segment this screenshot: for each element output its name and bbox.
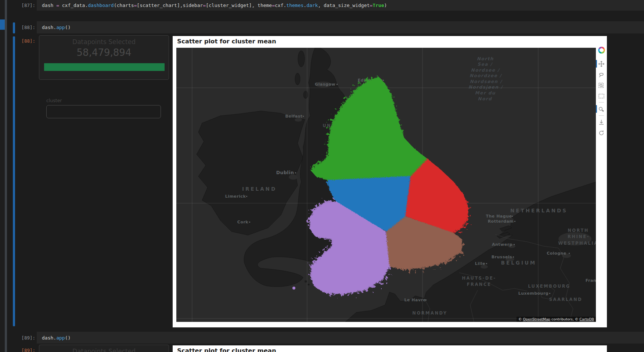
code-line-88[interactable]: dash.app()	[42, 25, 71, 30]
pan-tool-active-indicator	[596, 60, 597, 68]
datapoints-progress-bar	[44, 63, 165, 71]
map-label: Frankfurt	[586, 278, 596, 283]
map-label: Dublin	[276, 170, 294, 175]
city-dot	[383, 80, 384, 81]
input-prompt-89: [89]:	[8, 335, 35, 341]
map-label: Rotterdam	[488, 219, 514, 224]
cell-collapser-output-88[interactable]	[13, 36, 15, 326]
panel-divider[interactable]	[5, 0, 7, 352]
code-token: =	[56, 3, 59, 8]
hover-tool[interactable]	[596, 104, 607, 114]
datapoints-widget-title: Datapoints Selected	[39, 348, 169, 352]
code-cell-88[interactable]	[37, 21, 644, 33]
pan-tool[interactable]	[596, 58, 607, 69]
map-label: LUXEMBOURG	[528, 284, 571, 289]
city-dot	[514, 244, 515, 245]
bokeh-plot-card-2: Scatter plot for cluster mean	[173, 345, 607, 352]
openstreetmap-link[interactable]: OpenStreetMap	[523, 317, 550, 321]
map-label: Cork	[237, 220, 249, 225]
map-label: Belfast	[285, 114, 302, 119]
code-line-87[interactable]: dash = cxf_data.dashboard(charts=[scatte…	[42, 3, 387, 8]
cartodb-link[interactable]: CartoDB	[579, 317, 594, 321]
map-label: North	[477, 56, 494, 61]
hover-tool-active-indicator	[596, 105, 597, 113]
toolbar-divider	[599, 102, 604, 103]
datapoints-selected-widget-2: Datapoints Selected	[39, 345, 169, 352]
code-token: app	[56, 25, 65, 30]
code-token: app	[56, 335, 65, 341]
land-hebrides	[295, 73, 300, 85]
map-label: Limerick	[225, 194, 246, 199]
code-token: [cluster_widget], theme	[206, 3, 272, 8]
city-dot	[295, 172, 296, 173]
code-token: (charts	[114, 3, 134, 8]
code-token: )	[384, 3, 387, 8]
output-prompt-89: [89]:	[8, 348, 35, 352]
code-token: cxf.	[275, 3, 286, 8]
jupyterlab-notebook: [87]: dash = cxf_data.dashboard(charts=[…	[0, 0, 644, 352]
map-label: Antwerp	[492, 242, 512, 247]
city-dot	[514, 221, 515, 222]
city-dot	[303, 116, 304, 117]
cluster-outlier-dot	[292, 287, 295, 290]
code-line-89[interactable]: dash.app()	[42, 335, 71, 341]
city-dot	[486, 263, 487, 264]
input-prompt-88: [88]:	[8, 25, 35, 30]
code-token: cxf_data.	[59, 3, 88, 8]
code-token: =	[203, 3, 206, 8]
city-dot	[246, 196, 247, 197]
cluster-input-label: cluster	[46, 98, 62, 103]
code-token: themes	[286, 3, 303, 8]
scroll-position-marker[interactable]	[0, 19, 5, 30]
map-label: WESTPHALIA	[558, 241, 596, 246]
map-plot-area[interactable]: NorthSea /Nordsee /Noordzee /Nordsøen /N…	[176, 48, 596, 322]
bokeh-plot-card: Scatter plot for cluster mean	[173, 36, 607, 327]
code-token: .	[303, 3, 306, 8]
map-label: Noordzee /	[469, 73, 502, 78]
datapoints-widget-value: 58,479,894	[39, 47, 169, 58]
map-attribution: © OpenStreetMap contributors, © CartoDB	[517, 317, 596, 322]
code-cell-89[interactable]	[37, 332, 644, 344]
code-token: [scatter_chart],sidebar	[137, 3, 203, 8]
map-label: Mer du	[475, 90, 496, 96]
map-label: BELGIUM	[501, 260, 537, 266]
city-dot	[549, 293, 550, 294]
map-label: NETHERLANDS	[510, 208, 568, 213]
map-label: SAARLAND	[549, 297, 582, 302]
box-zoom-tool[interactable]	[596, 80, 607, 90]
map-label: Sea /	[478, 62, 493, 67]
box-select-tool[interactable]	[596, 90, 607, 101]
toolbar-divider	[599, 115, 604, 116]
map-label: RHINE-	[568, 234, 590, 239]
city-dot	[569, 253, 570, 254]
map-label: Nordsee /	[471, 68, 500, 73]
map-label: The Hague	[486, 214, 512, 219]
code-token: dash	[42, 3, 56, 8]
lasso-select-tool[interactable]	[596, 69, 607, 80]
cluster-input[interactable]	[46, 105, 161, 118]
bokeh-logo[interactable]	[596, 45, 607, 55]
code-token: ()	[65, 335, 71, 341]
plot-title: Scatter plot for cluster mean	[177, 38, 276, 45]
map-label: Nord	[478, 96, 492, 101]
code-token: dash.	[42, 25, 56, 30]
map-label: Glasgow	[315, 82, 335, 87]
sidebar-rail	[0, 0, 5, 352]
save-tool[interactable]	[596, 117, 607, 127]
city-dot	[337, 84, 338, 85]
map-label: Nordsøen /	[470, 79, 503, 84]
land-channel-islands	[305, 281, 307, 282]
output-prompt-88: [88]:	[8, 38, 35, 44]
map-label: Cologne	[547, 251, 566, 256]
attribution-text: contributors, ©	[550, 317, 579, 321]
input-prompt-87: [87]:	[8, 3, 35, 8]
city-dot	[425, 299, 427, 301]
map-label: Le Havre	[404, 298, 426, 302]
reset-tool[interactable]	[596, 127, 607, 138]
attribution-text: ©	[518, 317, 523, 321]
map-label: HAUTS-DE-	[462, 276, 496, 281]
plot-title-2: Scatter plot for cluster mean	[177, 347, 276, 352]
map-canvas[interactable]: NorthSea /Nordsee /Noordzee /Nordsøen /N…	[176, 48, 596, 322]
map-label: Nordsjøen /	[468, 85, 503, 90]
code-token: , data_size_widget	[318, 3, 370, 8]
